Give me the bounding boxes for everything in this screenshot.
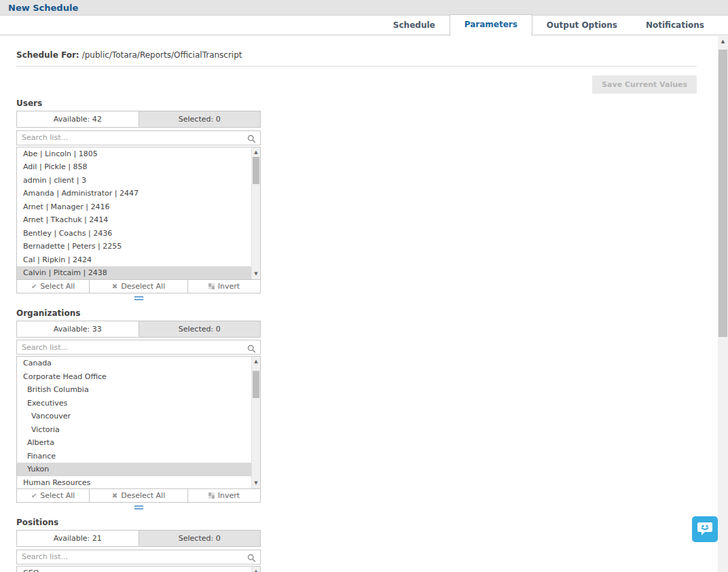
page-header: New Schedule [0, 0, 728, 16]
list-scrollbar-users[interactable]: ▲▼ [251, 147, 260, 279]
scroll-down-icon[interactable]: ▼ [252, 270, 260, 279]
list-scrollbar-thumb[interactable] [253, 371, 259, 398]
action-label: Select All [40, 491, 75, 500]
save-row: Save Current Values [16, 75, 697, 94]
list-item[interactable]: Finance [17, 450, 251, 463]
search-input-users[interactable] [16, 130, 261, 145]
chat-widget-button[interactable] [692, 516, 718, 542]
picker-tabs-users: Available: 42Selected: 0 [16, 111, 261, 128]
list-item[interactable]: British Columbia [17, 383, 251, 397]
panel-positions: PositionsAvailable: 21Selected: 0CEO▲▼✔S… [16, 518, 261, 572]
scroll-up-icon[interactable]: ▲ [252, 148, 260, 157]
selected-tab-positions[interactable]: Selected: 0 [139, 530, 261, 546]
list-item[interactable]: Victoria [17, 423, 251, 437]
scrollbar-up-icon[interactable]: ▲ [718, 36, 728, 47]
chat-smiley-icon [697, 522, 713, 537]
available-tab-organizations[interactable]: Available: 33 [16, 321, 139, 337]
resize-handle-users[interactable] [134, 296, 143, 300]
invert-icon [208, 283, 215, 289]
list-item[interactable]: Amanda | Administrator | 2447 [17, 187, 251, 200]
list-items-organizations: CanadaCorporate Head OfficeBritish Colum… [17, 357, 251, 489]
select-all-button-organizations[interactable]: ✔Select All [17, 489, 89, 502]
page-title: New Schedule [8, 3, 78, 13]
list-item[interactable]: Corporate Head Office [17, 370, 251, 384]
list-item[interactable]: Bentley | Coachs | 2436 [17, 227, 251, 240]
page-scrollbar-thumb[interactable] [718, 50, 727, 337]
deselect-all-button-organizations[interactable]: ✖Deselect All [89, 489, 187, 502]
list-item[interactable]: Calvin | Pitcaim | 2438 [17, 266, 251, 280]
check-icon: ✔ [31, 492, 37, 499]
parameters-content: Schedule For:/public/Totara/Reports/Offi… [0, 50, 717, 572]
invert-button-organizations[interactable]: Invert [187, 489, 260, 502]
list-scrollbar-thumb[interactable] [253, 157, 259, 184]
tab-notifications[interactable]: Notifications [632, 16, 718, 35]
tab-output-options[interactable]: Output Options [532, 16, 632, 35]
action-label: Select All [40, 282, 75, 291]
list-item[interactable]: Adil | Pickle | 858 [17, 160, 251, 174]
available-tab-positions[interactable]: Available: 21 [16, 530, 139, 546]
invert-button-users[interactable]: Invert [187, 280, 260, 293]
tab-parameters[interactable]: Parameters [450, 14, 532, 36]
picker-actions-organizations: ✔Select All✖Deselect AllInvert [16, 489, 261, 503]
list-item[interactable]: Canada [17, 357, 251, 370]
action-label: Deselect All [121, 282, 165, 291]
action-label: Deselect All [121, 491, 165, 500]
search-input-organizations[interactable] [16, 340, 261, 355]
search-row-organizations [16, 340, 261, 355]
available-list-users: Abe | Lincoln | 1805Adil | Pickle | 858a… [16, 147, 261, 280]
panel-title-organizations: Organizations [16, 308, 261, 318]
list-item[interactable]: Executives [17, 397, 251, 410]
selected-tab-organizations[interactable]: Selected: 0 [139, 321, 261, 337]
schedule-for-line: Schedule For:/public/Totara/Reports/Offi… [16, 50, 697, 67]
list-item[interactable]: Yukon [17, 463, 251, 476]
selected-tab-users[interactable]: Selected: 0 [139, 111, 261, 127]
action-label: Invert [218, 491, 240, 500]
panel-organizations: OrganizationsAvailable: 33Selected: 0Can… [16, 308, 261, 510]
list-scrollbar-positions[interactable]: ▲▼ [251, 567, 260, 572]
list-item[interactable]: Cal | Ripkin | 2424 [17, 253, 251, 267]
list-item[interactable]: admin | client | 3 [17, 174, 251, 187]
save-current-values-button[interactable]: Save Current Values [592, 75, 697, 94]
panel-title-users: Users [16, 99, 261, 108]
available-list-positions: CEO▲▼ [16, 566, 261, 572]
select-all-button-users[interactable]: ✔Select All [17, 280, 89, 293]
x-icon: ✖ [112, 492, 117, 499]
schedule-for-path: /public/Totara/Reports/OfficialTranscrip… [82, 50, 242, 60]
available-tab-users[interactable]: Available: 42 [16, 111, 139, 127]
action-label: Invert [218, 282, 240, 291]
list-item[interactable]: Arnet | Manager | 2416 [17, 200, 251, 214]
search-row-positions [16, 549, 261, 565]
list-item[interactable]: Bernadette | Peters | 2255 [17, 240, 251, 253]
list-item[interactable]: Human Resources [17, 476, 251, 490]
list-item[interactable]: Alberta [17, 436, 251, 450]
schedule-for-label: Schedule For: [16, 50, 79, 60]
list-item[interactable]: CEO [17, 567, 251, 572]
list-items-users: Abe | Lincoln | 1805Adil | Pickle | 858a… [17, 147, 251, 280]
schedule-tab-bar: Schedule Parameters Output Options Notif… [0, 16, 728, 35]
picker-actions-users: ✔Select All✖Deselect AllInvert [16, 280, 261, 293]
tab-schedule[interactable]: Schedule [379, 16, 450, 35]
check-icon: ✔ [31, 283, 37, 290]
list-scrollbar-organizations[interactable]: ▲▼ [251, 357, 260, 488]
page-scrollbar[interactable]: ▲ [718, 36, 728, 572]
panel-title-positions: Positions [16, 518, 261, 527]
list-item[interactable]: Abe | Lincoln | 1805 [17, 147, 251, 161]
panel-users: UsersAvailable: 42Selected: 0Abe | Linco… [16, 99, 261, 300]
list-items-positions: CEO [17, 567, 251, 572]
picker-tabs-organizations: Available: 33Selected: 0 [16, 321, 261, 338]
resize-handle-organizations[interactable] [134, 505, 143, 510]
x-icon: ✖ [112, 283, 117, 290]
list-item[interactable]: Vancouver [17, 410, 251, 423]
list-item[interactable]: Arnet | Tkachuk | 2414 [17, 213, 251, 227]
picker-tabs-positions: Available: 21Selected: 0 [16, 530, 261, 547]
scroll-down-icon[interactable]: ▼ [252, 479, 260, 488]
invert-icon [208, 493, 215, 499]
search-row-users [16, 130, 261, 145]
scroll-up-icon[interactable]: ▲ [252, 567, 260, 572]
deselect-all-button-users[interactable]: ✖Deselect All [89, 280, 187, 293]
search-input-positions[interactable] [16, 550, 261, 565]
scroll-up-icon[interactable]: ▲ [252, 357, 260, 366]
available-list-organizations: CanadaCorporate Head OfficeBritish Colum… [16, 356, 261, 489]
parameter-panels: UsersAvailable: 42Selected: 0Abe | Linco… [16, 99, 697, 572]
